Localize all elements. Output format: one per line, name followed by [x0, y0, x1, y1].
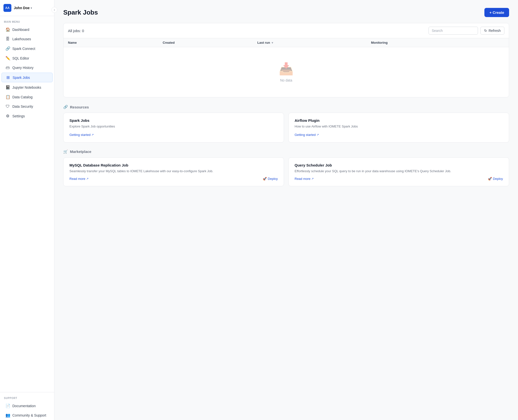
marketplace-card-title-0: MySQL Database Replication Job: [69, 163, 278, 167]
marketplace-card-mysql: MySQL Database Replication Job Seamlessl…: [63, 157, 284, 187]
resources-section: 🔗 Resources Spark Jobs Explore Spark Job…: [63, 105, 509, 143]
table-header: Name Created Last run ▼ Monitoring: [64, 38, 509, 47]
nav-label-jupyter: Jupyter Notebooks: [12, 85, 41, 89]
jobs-section: All jobs: 0 ↻ Refresh Name Created Last …: [63, 23, 509, 97]
read-more-link-1[interactable]: Read more ↗: [295, 177, 314, 181]
settings-icon: ⚙: [5, 114, 10, 118]
col-monitoring: Monitoring: [371, 41, 485, 44]
no-data-text: No data: [280, 78, 292, 82]
nav-label-spark-jobs: Spark Jobs: [13, 76, 30, 80]
marketplace-header: 🛒 Marketplace: [63, 149, 509, 154]
nav-item-documentation[interactable]: 📄 Documentation: [1, 401, 53, 410]
marketplace-card-desc-1: Effortlessly schedule your SQL query to …: [295, 169, 503, 174]
nav-item-data-security[interactable]: 🛡 Data Security: [1, 102, 53, 111]
nav-item-spark-jobs[interactable]: ⊞ Spark Jobs: [1, 73, 53, 82]
empty-state: 📥 No data: [64, 47, 509, 97]
jobs-toolbar: All jobs: 0 ↻ Refresh: [64, 23, 509, 38]
resource-card-desc-1: How to use Airflow with IOMETE Spark Job…: [295, 124, 503, 129]
cart-icon: 🛒: [63, 149, 68, 154]
dashboard-icon: 🏠: [5, 27, 10, 32]
chevron-down-icon: ▾: [31, 7, 32, 9]
refresh-button[interactable]: ↻ Refresh: [480, 27, 504, 35]
all-jobs-label: All jobs: 0: [68, 29, 84, 33]
nav-item-query-history[interactable]: 🗃 Query History: [1, 63, 53, 72]
refresh-label: Refresh: [489, 29, 501, 33]
col-name: Name: [68, 41, 163, 44]
nav-label-query-history: Query History: [12, 66, 34, 70]
nav-label-community: Community & Support: [12, 413, 46, 417]
nav-label-spark-connect: Spark Connect: [12, 47, 35, 51]
query-history-icon: 🗃: [5, 65, 10, 70]
marketplace-section: 🛒 Marketplace MySQL Database Replication…: [63, 149, 509, 187]
marketplace-card-footer-1: Read more ↗ 🚀 Deploy: [295, 177, 503, 181]
nav-label-sql-editor: SQL Editor: [12, 56, 29, 60]
marketplace-cards-grid: MySQL Database Replication Job Seamlessl…: [63, 157, 509, 187]
sidebar-collapse-button[interactable]: ‹: [51, 7, 57, 13]
read-more-ext-icon-0: ↗: [86, 177, 88, 180]
page-header: Spark Jobs + Create: [63, 8, 509, 17]
user-name-text: John Doe: [14, 6, 30, 10]
resources-label: Resources: [70, 105, 89, 109]
col-last-run: Last run ▼: [257, 41, 371, 44]
inbox-icon: 📥: [279, 62, 294, 76]
create-button[interactable]: + Create: [484, 8, 509, 17]
nav-item-settings[interactable]: ⚙ Settings: [1, 111, 53, 121]
col-created: Created: [163, 41, 257, 44]
nav-label-settings: Settings: [12, 114, 25, 118]
spark-jobs-icon: ⊞: [6, 75, 10, 80]
resources-cards-grid: Spark Jobs Explore Spark Job opportuniti…: [63, 113, 509, 143]
page-title: Spark Jobs: [63, 9, 98, 16]
nav-item-spark-connect[interactable]: 🔗 Spark Connect: [1, 44, 53, 53]
toolbar-right: ↻ Refresh: [429, 27, 504, 35]
deploy-icon-1: 🚀: [488, 177, 492, 181]
nav-item-data-catalog[interactable]: 📋 Data Catalog: [1, 92, 53, 102]
nav-item-sql-editor[interactable]: ✏️ SQL Editor: [1, 54, 53, 63]
nav-item-jupyter-notebooks[interactable]: 📓 Jupyter Notebooks: [1, 83, 53, 92]
community-icon: 👥: [5, 413, 10, 418]
resource-card-link-0[interactable]: Getting started ↗: [69, 133, 94, 137]
read-more-ext-icon-1: ↗: [311, 177, 314, 180]
marketplace-label: Marketplace: [70, 149, 91, 154]
data-catalog-icon: 📋: [5, 95, 10, 99]
nav-label-documentation: Documentation: [12, 404, 36, 408]
refresh-icon: ↻: [484, 29, 487, 33]
nav-label-dashboard: Dashboard: [12, 28, 29, 32]
resource-card-title-1: Airflow Plugin: [295, 118, 503, 123]
main-content: Spark Jobs + Create All jobs: 0 ↻ Refres…: [54, 0, 518, 420]
external-link-icon-0: ↗: [91, 133, 94, 136]
data-security-icon: 🛡: [5, 104, 10, 109]
col-actions: [485, 41, 504, 44]
spark-connect-icon: 🔗: [5, 46, 10, 51]
resource-card-title-0: Spark Jobs: [69, 118, 278, 123]
marketplace-card-query-scheduler: Query Scheduler Job Effortlessly schedul…: [288, 157, 509, 187]
nav-label-lakehouses: Lakehouses: [12, 37, 31, 41]
avatar: AA: [3, 4, 11, 12]
external-link-icon-1: ↗: [317, 133, 319, 136]
filter-icon[interactable]: ▼: [271, 41, 274, 44]
support-label: SUPPORT: [0, 394, 54, 401]
search-input[interactable]: [429, 27, 478, 35]
sidebar-bottom: SUPPORT 📄 Documentation 👥 Community & Su…: [0, 392, 54, 420]
marketplace-card-desc-0: Seamlessly transfer your MySQL tables to…: [69, 169, 278, 174]
sql-editor-icon: ✏️: [5, 56, 10, 61]
resource-card-desc-0: Explore Spark Job opportunities: [69, 124, 278, 129]
deploy-button-1[interactable]: 🚀 Deploy: [488, 177, 503, 181]
resource-card-spark-jobs: Spark Jobs Explore Spark Job opportuniti…: [63, 113, 284, 143]
nav-label-data-security: Data Security: [12, 105, 33, 108]
marketplace-card-title-1: Query Scheduler Job: [295, 163, 503, 167]
user-name[interactable]: John Doe ▾: [14, 6, 32, 10]
resource-card-airflow: Airflow Plugin How to use Airflow with I…: [288, 113, 509, 143]
link-icon: 🔗: [63, 105, 68, 109]
resources-header: 🔗 Resources: [63, 105, 509, 109]
deploy-button-0[interactable]: 🚀 Deploy: [263, 177, 278, 181]
deploy-icon-0: 🚀: [263, 177, 267, 181]
nav-item-dashboard[interactable]: 🏠 Dashboard: [1, 25, 53, 34]
resource-card-link-1[interactable]: Getting started ↗: [295, 133, 319, 137]
read-more-link-0[interactable]: Read more ↗: [69, 177, 88, 181]
nav-label-data-catalog: Data Catalog: [12, 95, 33, 99]
marketplace-card-footer-0: Read more ↗ 🚀 Deploy: [69, 177, 278, 181]
nav-item-community-support[interactable]: 👥 Community & Support: [1, 411, 53, 420]
jupyter-icon: 📓: [5, 85, 10, 90]
nav-item-lakehouses[interactable]: 🗄 Lakehouses: [1, 35, 53, 43]
documentation-icon: 📄: [5, 403, 10, 408]
